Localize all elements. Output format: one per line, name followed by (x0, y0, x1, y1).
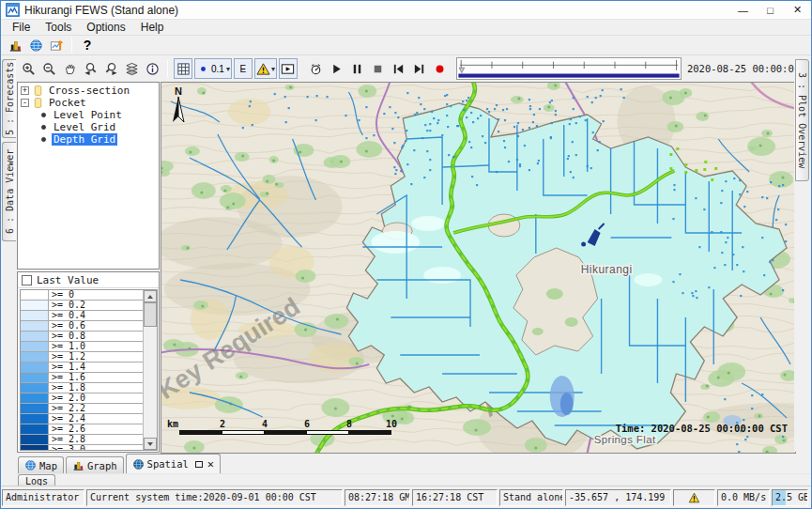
tree-item-level-point[interactable]: Level Point (18, 109, 159, 121)
last-value-checkbox[interactable] (22, 275, 32, 285)
legend-swatch (21, 311, 49, 320)
stop-icon (371, 62, 385, 76)
map-time-label: Time: 2020-08-25 00:00:00 CST (616, 423, 788, 434)
spatial-display-button[interactable] (47, 35, 66, 55)
legend-value-label: >= 1.6 (49, 373, 85, 382)
menu-tools[interactable]: Tools (38, 20, 79, 35)
forecast-bars-icon (8, 39, 23, 53)
warning-icon (256, 62, 270, 76)
legend-value-label: >= 1.4 (49, 362, 85, 372)
legend-row: >= 3.0 (21, 445, 143, 450)
tree-expander-icon[interactable]: - (21, 99, 29, 107)
legend-swatch (21, 424, 49, 434)
status-coordinates: -35.657 , 174.199 (565, 489, 671, 506)
tree-item-pocket[interactable]: -Pocket (18, 97, 159, 109)
chevron-down-icon: ▾ (226, 65, 230, 73)
legend-swatch (21, 352, 49, 362)
scroll-down-button[interactable] (144, 438, 157, 450)
chevron-down-icon: ▾ (271, 65, 275, 73)
timeline-slider[interactable] (456, 57, 682, 80)
toolbar-separator (71, 37, 72, 54)
pan-icon (63, 62, 77, 76)
scale-bar-segments (180, 430, 391, 435)
map-display-button[interactable] (26, 35, 45, 55)
zoom-previous-button[interactable] (81, 58, 100, 79)
scroll-up-button[interactable] (144, 290, 157, 302)
tree-item-cross-section[interactable]: +Cross-section (18, 85, 159, 97)
labels-toggle-button[interactable]: E (234, 58, 253, 79)
minimize-button[interactable]: — (729, 1, 757, 19)
pan-button[interactable] (60, 58, 79, 79)
main-toolbar: ? (1, 36, 811, 55)
close-panel-icon[interactable]: ✕ (207, 459, 214, 469)
tree-item-depth-grid[interactable]: Depth Grid (18, 133, 159, 146)
grid-toggle-button[interactable] (174, 58, 192, 79)
stop-button[interactable] (369, 58, 388, 79)
scale-tick-label: 2 (215, 419, 230, 429)
info-button[interactable] (143, 58, 161, 79)
side-tab-data-viewer[interactable]: 6 : Data Viewer (2, 142, 16, 241)
legend-scrollbar[interactable] (143, 290, 157, 450)
animation-button[interactable] (279, 58, 298, 79)
scrollbar-thumb[interactable] (144, 302, 157, 327)
app-window: Hikurangi FEWS (Stand alone) — □ ✕ File … (0, 0, 812, 509)
legend-value-label: >= 1.8 (49, 383, 85, 393)
side-tab-plot-overview[interactable]: 3 : Plot Overview (795, 59, 809, 181)
panel-tabs: MapGraphSpatial✕ (16, 454, 811, 473)
step-forward-button[interactable] (410, 58, 429, 79)
menu-options[interactable]: Options (79, 20, 132, 35)
arrow-down-icon (147, 442, 153, 446)
class-interval-dropdown[interactable]: 0.1▾ (194, 58, 232, 79)
legend-value-label: >= 0.8 (49, 332, 85, 341)
legend-swatch (21, 435, 49, 444)
panel-tab-graph[interactable]: Graph (66, 456, 124, 473)
toolbar-separator (167, 60, 168, 77)
bullet-icon (38, 110, 49, 120)
help-button[interactable]: ? (78, 35, 97, 55)
zoom-in-button[interactable] (19, 58, 38, 79)
map-scale-bar: km246810 (167, 419, 421, 440)
tree-expander-icon[interactable]: + (21, 86, 29, 95)
zoom-out-button[interactable] (39, 58, 58, 79)
current-forecasts-button[interactable] (6, 35, 24, 55)
play-button[interactable] (328, 58, 346, 79)
grid-icon (176, 62, 191, 76)
zoom-next-button[interactable] (101, 58, 120, 79)
legend-swatch (21, 301, 49, 310)
status-user: Administrator (2, 489, 84, 506)
menu-file[interactable]: File (5, 20, 38, 35)
status-gmt-time: 08:27:18 GMT (345, 489, 410, 506)
panel-tab-map[interactable]: Map (18, 456, 64, 473)
bullet-icon (38, 122, 49, 132)
last-value-label: Last Value (37, 274, 99, 286)
left-tab-strip: 5 : Forecasts 6 : Data Viewer (1, 55, 16, 452)
legend-value-label: >= 0.4 (49, 311, 85, 320)
legend-swatch (21, 404, 49, 413)
maximize-button[interactable]: □ (757, 1, 784, 19)
playback-speed-button[interactable] (307, 58, 326, 79)
pause-button[interactable] (348, 58, 367, 79)
legend-swatch (21, 445, 49, 450)
layers-button[interactable] (122, 58, 141, 79)
step-back-button[interactable] (390, 58, 408, 79)
legend-value-label: >= 2.4 (49, 414, 85, 424)
tree-item-label: Depth Grid (52, 133, 117, 146)
maximize-panel-icon[interactable] (195, 461, 203, 468)
close-button[interactable]: ✕ (784, 1, 811, 19)
legend-value-label: >= 2.0 (49, 393, 85, 403)
side-tab-forecasts[interactable]: 5 : Forecasts (2, 59, 16, 138)
scale-tick-label: 8 (342, 419, 357, 429)
menu-bar: File Tools Options Help (1, 20, 811, 36)
title-bar: Hikurangi FEWS (Stand alone) — □ ✕ (1, 1, 811, 20)
panel-tab-spatial[interactable]: Spatial✕ (126, 454, 222, 473)
thresholds-dropdown[interactable]: ▾ (254, 58, 277, 79)
tree-item-level-grid[interactable]: Level Grid (18, 121, 159, 133)
status-memory-gauge: 2.5 GB (772, 489, 808, 506)
place-label-hikurangi: Hikurangi (581, 263, 633, 276)
legend-swatch (21, 383, 49, 393)
scale-tick-label: 10 (384, 419, 399, 429)
record-button[interactable] (431, 58, 450, 79)
tree-item-label: Level Grid (52, 121, 117, 133)
map-canvas[interactable]: API Key RequiredAPI Key RequiredHikurang… (161, 82, 796, 454)
menu-help[interactable]: Help (133, 20, 172, 35)
